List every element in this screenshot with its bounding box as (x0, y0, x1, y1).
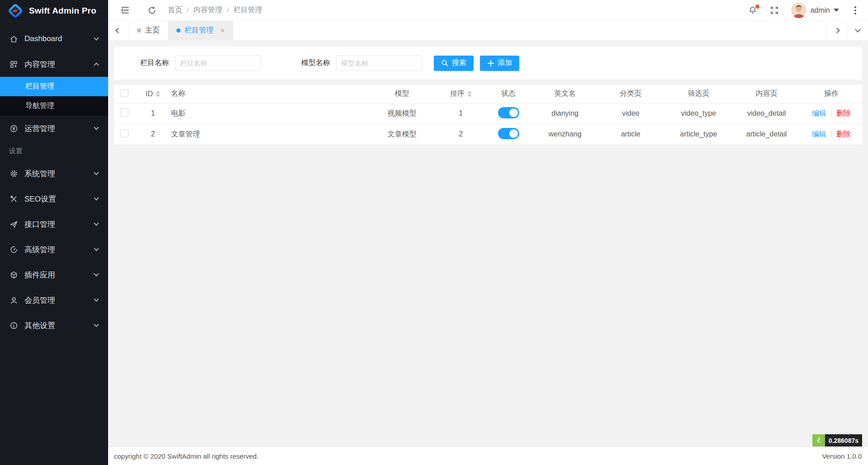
render-time-badge: 0.286087s (812, 434, 862, 446)
gauge-icon (9, 245, 18, 254)
sidebar-item-label: 其他设置 (24, 320, 95, 331)
fullscreen-icon[interactable] (769, 5, 779, 15)
chevron-down-icon (94, 246, 99, 251)
sidebar-subitem-column-mgmt[interactable]: 栏目管理 (0, 77, 108, 96)
chevron-down-icon (94, 125, 99, 130)
app-title: Swift Admin Pro (29, 6, 96, 16)
sidebar-collapse-button[interactable] (120, 5, 130, 15)
tab-label: 主页 (145, 26, 160, 35)
select-all-checkbox[interactable] (120, 89, 128, 97)
chevron-up-icon (94, 62, 99, 67)
model-name-label: 模型名称 (301, 58, 330, 68)
tab-column-mgmt[interactable]: 栏目管理 × (168, 21, 233, 40)
cell-model: 文章模型 (366, 124, 438, 145)
sidebar-section-settings: 设置 (0, 141, 108, 161)
search-button[interactable]: 搜索 (434, 56, 474, 71)
chevron-down-icon (94, 35, 99, 40)
col-header-name: 名称 (171, 85, 366, 103)
cell-name: 电影 (171, 103, 366, 124)
footer: copyright © 2020 SwiftAdmin all rights r… (108, 446, 868, 465)
sidebar-item-member-mgmt[interactable]: 会员管理 (0, 287, 108, 313)
version-text: Version 1.0.0 (822, 452, 862, 460)
tabs-scroll-left-button[interactable] (108, 21, 129, 40)
breadcrumb: 首页 / 内容管理 / 栏目管理 (168, 5, 262, 15)
sidebar-item-plugins[interactable]: 插件应用 (0, 262, 108, 287)
logo: Swift Admin Pro (0, 0, 108, 22)
sidebar-item-api-mgmt[interactable]: 接口管理 (0, 211, 108, 237)
model-name-input[interactable] (336, 56, 422, 71)
cell-filter-page: video_type (664, 103, 732, 124)
avatar (791, 3, 806, 18)
sidebar-subitem-label: 导航管理 (25, 101, 54, 111)
tabs-menu-button[interactable] (847, 21, 868, 40)
chevron-down-icon (94, 221, 99, 225)
col-header-model: 模型 (366, 85, 438, 103)
chevron-down-icon (94, 170, 99, 175)
cell-content-page: article_detail (733, 124, 801, 145)
sidebar-item-dashboard[interactable]: Dashboard (0, 26, 108, 52)
tabs-spacer (233, 21, 826, 40)
status-toggle[interactable] (498, 107, 519, 118)
delete-link[interactable]: 删除 (836, 109, 851, 117)
user-menu[interactable]: admin (791, 3, 839, 18)
cell-category-page: article (597, 124, 664, 145)
sidebar-item-other-settings[interactable]: 其他设置 (0, 313, 108, 338)
cell-category-page: video (597, 103, 664, 124)
sidebar-item-content-mgmt[interactable]: 内容管理 (0, 52, 108, 77)
close-icon[interactable]: × (220, 27, 225, 34)
caret-down-icon (834, 9, 839, 12)
plus-icon (487, 60, 494, 67)
topbar: 首页 / 内容管理 / 栏目管理 (108, 0, 868, 20)
sidebar-item-operation-mgmt[interactable]: 运营管理 (0, 116, 108, 141)
cube-icon (9, 270, 18, 279)
sidebar: Swift Admin Pro Dashboard 内容管理 (0, 0, 108, 465)
row-checkbox[interactable] (120, 108, 128, 117)
breadcrumb-separator: / (187, 6, 189, 14)
breadcrumb-separator: / (227, 6, 228, 14)
sort-id-control[interactable] (156, 91, 160, 97)
cell-content-page: video_detail (733, 103, 801, 124)
more-options-icon[interactable] (851, 5, 860, 16)
add-button[interactable]: 添加 (480, 56, 519, 71)
sidebar-item-system-mgmt[interactable]: 系统管理 (0, 161, 108, 186)
col-header-id: ID (146, 90, 153, 98)
user-icon (9, 296, 18, 305)
chevron-down-icon (94, 322, 99, 327)
sidebar-item-label: 高级管理 (24, 244, 95, 255)
row-checkbox[interactable] (120, 129, 128, 137)
column-name-input[interactable] (175, 56, 261, 71)
sort-order-control[interactable] (467, 91, 472, 97)
sidebar-subitem-nav-mgmt[interactable]: 导航管理 (0, 96, 108, 116)
copyright-text: copyright © 2020 SwiftAdmin all rights r… (114, 452, 259, 460)
sidebar-item-label: 内容管理 (24, 59, 95, 70)
sidebar-item-label: 系统管理 (24, 169, 95, 179)
search-icon (441, 59, 449, 67)
col-header-category-page: 分类页 (597, 85, 664, 103)
thinkphp-icon (812, 434, 825, 446)
sidebar-item-label: 插件应用 (24, 270, 95, 280)
sidebar-item-seo-settings[interactable]: SEO设置 (0, 186, 108, 211)
logo-icon (7, 3, 24, 19)
breadcrumb-item[interactable]: 首页 (168, 5, 182, 15)
main-area: 首页 / 内容管理 / 栏目管理 (108, 0, 868, 465)
cell-name: 文章管理 (171, 124, 366, 145)
sidebar-item-advanced-mgmt[interactable]: 高级管理 (0, 237, 108, 262)
notification-bell-icon[interactable] (748, 5, 758, 15)
tabs-scroll-right-button[interactable] (826, 21, 847, 40)
col-header-status: 状态 (484, 85, 533, 103)
tab-home[interactable]: 主页 (129, 21, 168, 40)
breadcrumb-item[interactable]: 栏目管理 (233, 5, 262, 15)
submenu-content-mgmt: 栏目管理 导航管理 (0, 77, 108, 116)
cell-sort: 1 (438, 103, 484, 124)
sidebar-subitem-label: 栏目管理 (25, 82, 54, 91)
edit-link[interactable]: 编辑 (812, 130, 826, 138)
breadcrumb-item[interactable]: 内容管理 (193, 5, 222, 15)
sidebar-item-label: 运营管理 (24, 123, 95, 134)
table-row: 1 电影 视频模型 1 dianying video video_type vi… (114, 103, 862, 124)
delete-link[interactable]: 删除 (836, 130, 851, 138)
status-toggle[interactable] (498, 128, 519, 139)
chevron-down-icon (94, 271, 99, 276)
sidebar-item-label: 会员管理 (24, 295, 95, 305)
edit-link[interactable]: 编辑 (812, 109, 826, 117)
refresh-icon[interactable] (147, 5, 157, 15)
